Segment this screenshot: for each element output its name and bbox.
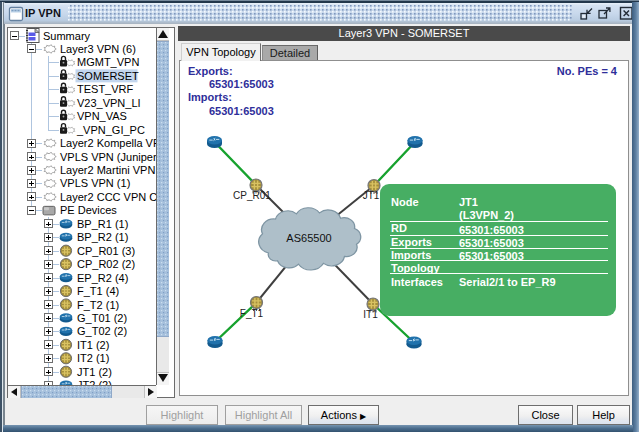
svg-text:EP_R2 (4): EP_R2 (4) — [77, 272, 128, 284]
svg-text:Layer3 VPN (6): Layer3 VPN (6) — [60, 43, 136, 55]
svg-text:PE Devices: PE Devices — [60, 204, 117, 216]
svg-text:SOMERSET: SOMERSET — [77, 70, 139, 82]
svg-text:BP_R1 (1): BP_R1 (1) — [77, 218, 128, 230]
svg-text:VPLS VPN (1): VPLS VPN (1) — [60, 177, 130, 189]
svg-text:BP_R2 (1): BP_R2 (1) — [77, 231, 128, 243]
svg-text:VPN_VAS: VPN_VAS — [77, 110, 127, 122]
svg-text:Layer2 CCC VPN Cir: Layer2 CCC VPN Cir — [60, 191, 156, 203]
svg-text:IT2 (1): IT2 (1) — [77, 352, 109, 364]
svg-text:AS65500: AS65500 — [286, 232, 331, 244]
svg-text:F_T1: F_T1 — [240, 308, 264, 319]
svg-text:TEST_VRF: TEST_VRF — [77, 83, 134, 95]
svg-text:Summary: Summary — [43, 30, 91, 42]
svg-text:VPLS VPN (Juniper) (: VPLS VPN (Juniper) ( — [60, 151, 156, 163]
svg-text:MGMT_VPN: MGMT_VPN — [77, 56, 139, 68]
svg-text:CP_R01 (3): CP_R01 (3) — [77, 245, 135, 257]
svg-text:IT1 (2): IT1 (2) — [77, 339, 109, 351]
svg-text:JT2 (2): JT2 (2) — [77, 379, 112, 385]
svg-text:Layer2 Kompella VPN: Layer2 Kompella VPN — [60, 137, 156, 149]
svg-text:CP_R02 (2): CP_R02 (2) — [77, 258, 135, 270]
svg-text:CP_R01: CP_R01 — [233, 190, 271, 201]
svg-text:F_T1 (4): F_T1 (4) — [77, 285, 119, 297]
svg-text:G_T02 (2): G_T02 (2) — [77, 325, 127, 337]
svg-text:JT1: JT1 — [363, 190, 380, 201]
svg-text:G_T01 (2): G_T01 (2) — [77, 312, 127, 324]
svg-text:F_T2 (1): F_T2 (1) — [77, 299, 119, 311]
svg-text:IT1: IT1 — [363, 309, 378, 320]
svg-text:JT1 (2): JT1 (2) — [77, 366, 112, 378]
svg-text:V23_VPN_LI: V23_VPN_LI — [77, 97, 141, 109]
svg-text:Layer2 Martini VPN C: Layer2 Martini VPN C — [60, 164, 156, 176]
svg-text:_VPN_GI_PC: _VPN_GI_PC — [76, 124, 145, 136]
